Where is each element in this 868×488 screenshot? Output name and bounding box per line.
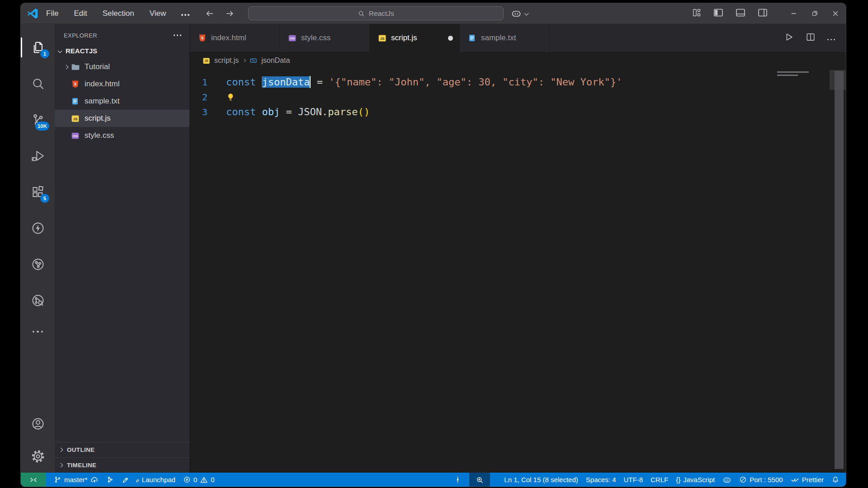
scrollbar[interactable] (835, 71, 844, 469)
tree-item-tutorial[interactable]: Tutorial (55, 58, 189, 75)
unsaved-dot-icon[interactable] (448, 36, 453, 41)
activity-extensions-button[interactable]: 5 (21, 174, 55, 210)
status-marker[interactable] (454, 476, 462, 483)
tab-index-html[interactable]: 5 index.html (190, 24, 280, 52)
warning-icon (200, 476, 208, 484)
git-graph-icon (106, 476, 114, 483)
code-text: const obj = JSON.parse() (226, 106, 370, 117)
status-git-graph[interactable] (106, 476, 114, 483)
svg-text:JS: JS (380, 36, 385, 40)
search-icon (358, 10, 365, 17)
svg-text:css: css (290, 37, 295, 40)
status-launchpad[interactable]: Launchpad (122, 476, 175, 484)
activity-search-button[interactable] (21, 66, 55, 102)
tree-item-script-js[interactable]: JS script.js (55, 110, 189, 127)
settings-button[interactable] (21, 440, 55, 473)
account-button[interactable] (21, 408, 55, 440)
menu-view[interactable]: View (150, 9, 166, 18)
code-token: parse (328, 106, 358, 117)
status-port[interactable]: Port : 5500 (739, 476, 783, 483)
editor-more-button[interactable] (827, 34, 835, 42)
activity-git-graph-button[interactable] (21, 282, 55, 319)
sidebar-left-icon (713, 7, 724, 18)
titlebar: File Edit Selection View ReactJs (21, 3, 846, 24)
activity-live-share-button[interactable] (21, 246, 55, 282)
status-language[interactable]: {} JavaScript (676, 476, 715, 483)
split-editor-button[interactable] (806, 32, 816, 44)
activity-thunder-client-button[interactable] (21, 210, 55, 246)
tree-item-sample-txt[interactable]: sample.txt (55, 93, 189, 110)
search-command-center[interactable]: ReactJs (248, 6, 504, 20)
vscode-window: File Edit Selection View ReactJs (20, 3, 846, 487)
status-copilot[interactable] (722, 475, 731, 484)
tab-style-css[interactable]: css style.css (280, 24, 370, 52)
play-icon (784, 32, 794, 42)
tree-item-style-css[interactable]: css style.css (55, 127, 189, 144)
status-problems[interactable]: 0 0 (183, 476, 215, 484)
menu-edit[interactable]: Edit (74, 9, 87, 18)
status-bar: master* Launchpad 0 0 (21, 473, 846, 487)
launchpad-label: Launchpad (142, 476, 175, 483)
remote-indicator[interactable] (21, 473, 46, 487)
activity-explorer-button[interactable]: 1 (21, 29, 55, 66)
customize-layout-button[interactable] (692, 8, 702, 19)
lightbulb-icon[interactable] (226, 92, 236, 102)
copilot-button[interactable] (511, 8, 528, 19)
status-zoom[interactable] (469, 473, 490, 487)
sidebar-spacer (55, 144, 189, 442)
cloud-upload-icon (90, 476, 99, 484)
css-file-icon: css (288, 34, 297, 42)
minimize-button[interactable] (783, 3, 804, 24)
arrow-left-icon (205, 9, 215, 19)
status-prettier[interactable]: Prettier (791, 475, 824, 484)
status-eol[interactable]: CRLF (651, 476, 668, 483)
code-editor[interactable]: 1 const jsonData = '{"name": "John", "ag… (190, 69, 846, 473)
status-encoding[interactable]: UTF-8 (624, 476, 643, 483)
screen-background: File Edit Selection View ReactJs (0, 0, 868, 488)
timeline-section-header[interactable]: TIMELINE (55, 457, 189, 473)
tab-sample-txt[interactable]: sample.txt (460, 24, 550, 52)
menu-more-button[interactable] (181, 9, 189, 18)
breadcrumb-file[interactable]: script.js (214, 56, 239, 65)
workbench: 1 10K 5 (21, 24, 846, 473)
tree-item-index-html[interactable]: 5 index.html (55, 75, 189, 93)
ellipsis-icon (33, 331, 43, 333)
code-token: const (226, 76, 262, 88)
menu-file[interactable]: File (46, 9, 58, 18)
status-branch[interactable]: master* (54, 476, 99, 484)
vscode-logo-icon (26, 7, 40, 20)
activity-more-button[interactable] (21, 319, 55, 345)
copilot-icon (511, 8, 522, 19)
chevron-right-icon (59, 448, 63, 452)
toggle-secondary-sidebar-button[interactable] (757, 7, 768, 20)
forward-button[interactable] (225, 9, 235, 19)
run-file-button[interactable] (784, 32, 794, 44)
toggle-panel-button[interactable] (735, 7, 746, 20)
menu-selection[interactable]: Selection (103, 9, 134, 18)
html-file-icon: 5 (71, 80, 80, 89)
restore-button[interactable] (804, 3, 825, 24)
breadcrumb-symbol[interactable]: jsonData (261, 56, 290, 65)
code-token: JSON (298, 106, 322, 117)
tab-label: style.css (301, 33, 330, 42)
close-window-button[interactable] (825, 3, 846, 24)
js-file-icon: JS (378, 34, 387, 42)
code-token: const (226, 106, 262, 117)
toggle-sidebar-button[interactable] (713, 7, 724, 20)
back-button[interactable] (205, 9, 215, 19)
activity-source-control-button[interactable]: 10K (21, 102, 55, 138)
code-line: 1 const jsonData = '{"name": "John", "ag… (190, 75, 846, 89)
notifications-button[interactable] (831, 476, 840, 484)
status-cursor-position[interactable]: Ln 1, Col 15 (8 selected) (504, 476, 578, 483)
tab-script-js[interactable]: JS script.js (370, 24, 460, 52)
activity-run-debug-button[interactable] (21, 138, 55, 174)
outline-section-header[interactable]: OUTLINE (55, 442, 189, 457)
ellipsis-icon (827, 39, 835, 41)
css-file-icon: css (71, 131, 80, 140)
explorer-root-folder[interactable]: REACTJS (55, 43, 189, 58)
formatter-label: Prettier (802, 476, 824, 483)
explorer-more-button[interactable] (174, 34, 182, 36)
minimap[interactable] (777, 71, 809, 78)
code-text: const jsonData = '{"name": "John", "age"… (226, 76, 622, 88)
status-indentation[interactable]: Spaces: 4 (586, 476, 616, 483)
